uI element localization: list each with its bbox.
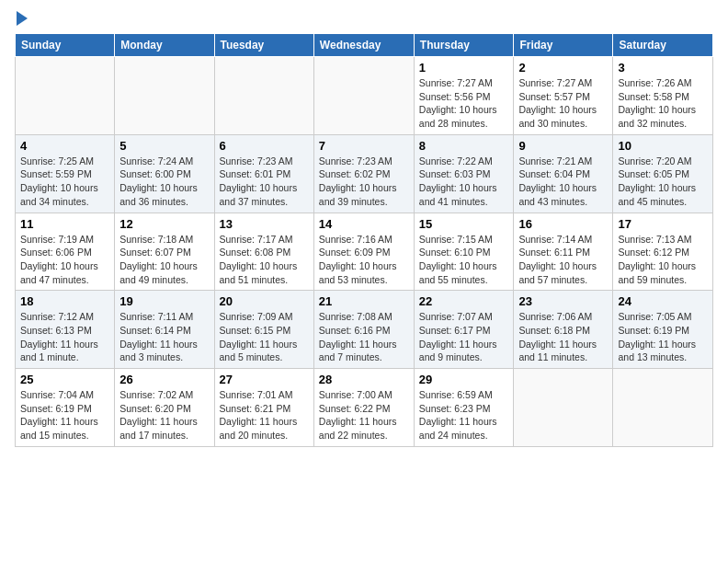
calendar-header-wednesday: Wednesday xyxy=(313,34,414,57)
calendar-cell: 20Sunrise: 7:09 AM Sunset: 6:15 PM Dayli… xyxy=(214,291,313,369)
day-info: Sunrise: 7:21 AM Sunset: 6:04 PM Dayligh… xyxy=(518,155,608,209)
calendar-cell: 19Sunrise: 7:11 AM Sunset: 6:14 PM Dayli… xyxy=(115,291,214,369)
calendar-table: SundayMondayTuesdayWednesdayThursdayFrid… xyxy=(15,33,713,447)
day-info: Sunrise: 7:01 AM Sunset: 6:21 PM Dayligh… xyxy=(220,388,309,442)
day-info: Sunrise: 7:00 AM Sunset: 6:22 PM Dayligh… xyxy=(319,388,409,442)
calendar-cell: 6Sunrise: 7:23 AM Sunset: 6:01 PM Daylig… xyxy=(214,134,313,213)
calendar-cell: 10Sunrise: 7:20 AM Sunset: 6:05 PM Dayli… xyxy=(613,134,713,213)
day-info: Sunrise: 7:27 AM Sunset: 5:56 PM Dayligh… xyxy=(419,76,509,131)
day-info: Sunrise: 7:22 AM Sunset: 6:03 PM Dayligh… xyxy=(419,155,509,209)
day-info: Sunrise: 7:09 AM Sunset: 6:15 PM Dayligh… xyxy=(220,310,309,364)
day-number: 2 xyxy=(518,61,608,75)
day-info: Sunrise: 6:59 AM Sunset: 6:23 PM Dayligh… xyxy=(419,388,509,442)
day-number: 3 xyxy=(618,61,708,75)
day-number: 4 xyxy=(20,139,109,153)
calendar-cell xyxy=(115,57,214,135)
calendar-cell: 2Sunrise: 7:27 AM Sunset: 5:57 PM Daylig… xyxy=(514,57,613,135)
day-number: 5 xyxy=(119,139,209,153)
calendar-cell: 22Sunrise: 7:07 AM Sunset: 6:17 PM Dayli… xyxy=(414,291,514,369)
calendar-cell: 18Sunrise: 7:12 AM Sunset: 6:13 PM Dayli… xyxy=(16,291,115,369)
calendar-cell: 26Sunrise: 7:02 AM Sunset: 6:20 PM Dayli… xyxy=(115,369,214,447)
calendar-header-friday: Friday xyxy=(514,34,613,57)
day-number: 27 xyxy=(220,373,309,386)
day-info: Sunrise: 7:08 AM Sunset: 6:16 PM Dayligh… xyxy=(319,310,409,364)
day-number: 1 xyxy=(419,61,509,75)
day-info: Sunrise: 7:26 AM Sunset: 5:58 PM Dayligh… xyxy=(618,76,708,131)
day-info: Sunrise: 7:07 AM Sunset: 6:17 PM Dayligh… xyxy=(419,310,509,364)
day-number: 21 xyxy=(319,294,409,308)
calendar-cell: 1Sunrise: 7:27 AM Sunset: 5:56 PM Daylig… xyxy=(414,57,514,135)
calendar-cell xyxy=(514,369,613,447)
day-info: Sunrise: 7:15 AM Sunset: 6:10 PM Dayligh… xyxy=(419,233,509,287)
calendar-cell: 16Sunrise: 7:14 AM Sunset: 6:11 PM Dayli… xyxy=(514,213,613,291)
day-info: Sunrise: 7:13 AM Sunset: 6:12 PM Dayligh… xyxy=(618,233,708,287)
calendar-cell: 9Sunrise: 7:21 AM Sunset: 6:04 PM Daylig… xyxy=(514,134,613,213)
calendar-cell: 21Sunrise: 7:08 AM Sunset: 6:16 PM Dayli… xyxy=(313,291,414,369)
day-number: 23 xyxy=(518,294,608,308)
day-info: Sunrise: 7:04 AM Sunset: 6:19 PM Dayligh… xyxy=(20,388,109,442)
calendar-cell: 17Sunrise: 7:13 AM Sunset: 6:12 PM Dayli… xyxy=(613,213,713,291)
calendar-cell: 5Sunrise: 7:24 AM Sunset: 6:00 PM Daylig… xyxy=(115,134,214,213)
calendar-cell: 8Sunrise: 7:22 AM Sunset: 6:03 PM Daylig… xyxy=(414,134,514,213)
calendar-cell xyxy=(313,57,414,135)
day-number: 10 xyxy=(618,139,708,153)
calendar-cell: 29Sunrise: 6:59 AM Sunset: 6:23 PM Dayli… xyxy=(414,369,514,447)
calendar-cell: 27Sunrise: 7:01 AM Sunset: 6:21 PM Dayli… xyxy=(214,369,313,447)
calendar-cell: 23Sunrise: 7:06 AM Sunset: 6:18 PM Dayli… xyxy=(514,291,613,369)
calendar-cell: 3Sunrise: 7:26 AM Sunset: 5:58 PM Daylig… xyxy=(613,57,713,135)
calendar-cell: 25Sunrise: 7:04 AM Sunset: 6:19 PM Dayli… xyxy=(16,369,115,447)
day-number: 8 xyxy=(419,139,509,153)
day-number: 11 xyxy=(20,217,109,231)
day-number: 14 xyxy=(319,217,409,231)
day-info: Sunrise: 7:25 AM Sunset: 5:59 PM Dayligh… xyxy=(20,155,109,209)
day-info: Sunrise: 7:24 AM Sunset: 6:00 PM Dayligh… xyxy=(119,155,209,209)
day-info: Sunrise: 7:20 AM Sunset: 6:05 PM Dayligh… xyxy=(618,155,708,209)
day-info: Sunrise: 7:27 AM Sunset: 5:57 PM Dayligh… xyxy=(518,76,608,131)
calendar-header-thursday: Thursday xyxy=(414,34,514,57)
calendar-header-sunday: Sunday xyxy=(16,34,115,57)
calendar-header-tuesday: Tuesday xyxy=(214,34,313,57)
day-info: Sunrise: 7:05 AM Sunset: 6:19 PM Dayligh… xyxy=(618,310,708,364)
day-info: Sunrise: 7:11 AM Sunset: 6:14 PM Dayligh… xyxy=(119,310,209,364)
calendar-cell: 14Sunrise: 7:16 AM Sunset: 6:09 PM Dayli… xyxy=(313,213,414,291)
calendar-cell xyxy=(613,369,713,447)
day-number: 19 xyxy=(119,294,209,308)
day-info: Sunrise: 7:06 AM Sunset: 6:18 PM Dayligh… xyxy=(518,310,608,364)
day-number: 17 xyxy=(618,217,708,231)
calendar-cell: 28Sunrise: 7:00 AM Sunset: 6:22 PM Dayli… xyxy=(313,369,414,447)
day-number: 18 xyxy=(20,294,109,308)
calendar-header-saturday: Saturday xyxy=(613,34,713,57)
calendar-cell: 13Sunrise: 7:17 AM Sunset: 6:08 PM Dayli… xyxy=(214,213,313,291)
calendar-cell: 12Sunrise: 7:18 AM Sunset: 6:07 PM Dayli… xyxy=(115,213,214,291)
day-number: 9 xyxy=(518,139,608,153)
logo-arrow-icon xyxy=(17,11,28,26)
day-number: 12 xyxy=(119,217,209,231)
calendar-body: 1Sunrise: 7:27 AM Sunset: 5:56 PM Daylig… xyxy=(16,57,713,447)
day-info: Sunrise: 7:19 AM Sunset: 6:06 PM Dayligh… xyxy=(20,233,109,287)
day-info: Sunrise: 7:02 AM Sunset: 6:20 PM Dayligh… xyxy=(119,388,209,442)
day-number: 28 xyxy=(319,373,409,386)
day-info: Sunrise: 7:14 AM Sunset: 6:11 PM Dayligh… xyxy=(518,233,608,287)
day-number: 7 xyxy=(319,139,409,153)
calendar-cell: 7Sunrise: 7:23 AM Sunset: 6:02 PM Daylig… xyxy=(313,134,414,213)
day-number: 24 xyxy=(618,294,708,308)
day-info: Sunrise: 7:12 AM Sunset: 6:13 PM Dayligh… xyxy=(20,310,109,364)
calendar-cell xyxy=(16,57,115,135)
day-number: 6 xyxy=(220,139,309,153)
day-number: 20 xyxy=(220,294,309,308)
calendar-cell: 11Sunrise: 7:19 AM Sunset: 6:06 PM Dayli… xyxy=(16,213,115,291)
calendar-week-row: 18Sunrise: 7:12 AM Sunset: 6:13 PM Dayli… xyxy=(16,291,713,369)
day-info: Sunrise: 7:18 AM Sunset: 6:07 PM Dayligh… xyxy=(119,233,209,287)
calendar-week-row: 11Sunrise: 7:19 AM Sunset: 6:06 PM Dayli… xyxy=(16,213,713,291)
logo xyxy=(15,15,28,26)
day-number: 13 xyxy=(220,217,309,231)
day-info: Sunrise: 7:16 AM Sunset: 6:09 PM Dayligh… xyxy=(319,233,409,287)
day-number: 15 xyxy=(419,217,509,231)
day-number: 16 xyxy=(518,217,608,231)
calendar-week-row: 4Sunrise: 7:25 AM Sunset: 5:59 PM Daylig… xyxy=(16,134,713,213)
day-number: 26 xyxy=(119,373,209,386)
day-info: Sunrise: 7:17 AM Sunset: 6:08 PM Dayligh… xyxy=(220,233,309,287)
calendar-header-row: SundayMondayTuesdayWednesdayThursdayFrid… xyxy=(16,34,713,57)
day-number: 25 xyxy=(20,373,109,386)
calendar-cell: 15Sunrise: 7:15 AM Sunset: 6:10 PM Dayli… xyxy=(414,213,514,291)
